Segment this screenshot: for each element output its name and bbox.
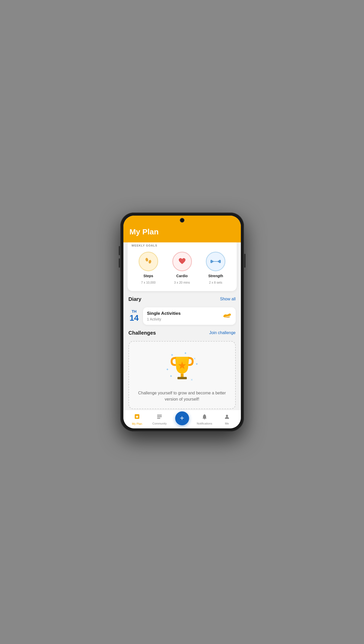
nav-notifications[interactable]: Notifications <box>193 414 216 425</box>
power-button[interactable] <box>244 254 246 268</box>
activity-subtitle: 1 Activity <box>147 317 181 321</box>
status-bar <box>123 216 241 225</box>
svg-rect-12 <box>157 415 162 416</box>
camera-notch <box>180 218 184 223</box>
sparkle-2: ✦ <box>184 351 187 355</box>
join-challenge-button[interactable]: Join challenge <box>209 331 235 335</box>
sparkle-6: × <box>191 378 193 382</box>
challenges-title: Challenges <box>129 330 156 336</box>
svg-rect-5 <box>218 261 219 262</box>
sparkle-4: ✦ <box>166 367 169 371</box>
cardio-label: Cardio <box>176 274 188 278</box>
diary-title: Diary <box>129 296 141 302</box>
svg-rect-15 <box>204 419 205 419</box>
steps-value: 7 x 10,000 <box>141 281 156 285</box>
add-icon: + <box>180 414 184 422</box>
challenges-section-header: Challenges Join challenge <box>129 330 236 336</box>
nav-myplan[interactable]: My Plan <box>126 413 148 425</box>
diary-section: Diary Show all <box>123 291 241 307</box>
footsteps-icon <box>143 257 153 266</box>
goal-steps[interactable]: Steps 7 x 10,000 <box>132 252 165 285</box>
svg-point-1 <box>148 260 151 264</box>
challenge-empty-text: Challenge yourself to grow and become a … <box>134 390 230 402</box>
nav-me[interactable]: Me <box>216 414 238 425</box>
weekly-goals-title: WEEKLY GOALS <box>132 244 233 247</box>
steps-circle <box>139 252 158 271</box>
sparkle-5: ✦ <box>170 374 173 378</box>
community-icon <box>156 414 163 421</box>
nav-community[interactable]: Community <box>148 414 171 425</box>
show-all-button[interactable]: Show all <box>220 297 235 301</box>
phone-screen: My Plan WEEKLY GOALS Steps <box>123 216 241 428</box>
bottom-navigation: My Plan Community + <box>123 410 241 428</box>
svg-point-16 <box>226 415 228 417</box>
weekly-goals-card: WEEKLY GOALS Steps 7 x 10,000 <box>128 242 237 291</box>
sparkle-1: ✦ <box>171 353 174 357</box>
date-block: TH 14 <box>129 309 140 323</box>
me-label: Me <box>225 422 229 425</box>
svg-rect-4 <box>213 261 218 262</box>
me-icon <box>224 414 230 421</box>
volume-down-button[interactable] <box>119 258 120 268</box>
day-number: 14 <box>130 313 139 323</box>
strength-value: 2 x 8 sets <box>209 281 222 285</box>
diary-card-content: Single Activities 1 Activity <box>147 311 181 321</box>
heart-icon <box>177 257 187 266</box>
add-button-wrapper: + <box>171 411 193 425</box>
notifications-icon <box>201 414 208 421</box>
svg-rect-3 <box>212 261 213 262</box>
goal-strength[interactable]: Strength 2 x 8 sets <box>199 252 233 285</box>
myplan-label: My Plan <box>132 422 142 425</box>
add-button[interactable]: + <box>175 411 189 425</box>
phone-frame: My Plan WEEKLY GOALS Steps <box>120 213 244 431</box>
cardio-circle <box>172 252 192 271</box>
goal-cardio[interactable]: Cardio 3 x 20 mins <box>165 252 199 285</box>
goals-row: Steps 7 x 10,000 Cardio 3 x 20 mins <box>132 252 233 285</box>
sparkles-decoration: ✦ ✦ × ✦ ✦ × ✦ <box>164 349 200 385</box>
diary-activity-card[interactable]: Single Activities 1 Activity <box>143 307 236 325</box>
page-title: My Plan <box>130 227 235 236</box>
svg-rect-2 <box>210 260 212 263</box>
sparkle-7: ✦ <box>195 362 198 366</box>
challenge-empty-box: ✦ ✦ × ✦ ✦ × ✦ <box>129 341 236 409</box>
diary-section-header: Diary Show all <box>129 296 236 302</box>
running-shoe-icon <box>223 311 232 320</box>
dumbbell-icon <box>210 258 221 265</box>
challenges-section: Challenges Join challenge <box>123 325 241 341</box>
app-header: My Plan <box>123 225 241 242</box>
sparkle-3: × <box>194 357 196 361</box>
svg-rect-14 <box>157 418 160 419</box>
diary-row: TH 14 Single Activities 1 Activity <box>123 307 241 325</box>
scroll-area: WEEKLY GOALS Steps 7 x 10,000 <box>123 242 241 428</box>
trophy-wrapper: ✦ ✦ × ✦ ✦ × ✦ <box>164 349 200 385</box>
day-name: TH <box>132 309 137 313</box>
svg-rect-6 <box>219 260 221 263</box>
notifications-label: Notifications <box>197 422 212 425</box>
volume-up-button[interactable] <box>119 246 120 255</box>
activity-title: Single Activities <box>147 311 181 316</box>
svg-point-0 <box>145 258 148 262</box>
community-label: Community <box>152 422 167 425</box>
strength-label: Strength <box>208 274 223 278</box>
cardio-value: 3 x 20 mins <box>174 281 190 285</box>
svg-rect-13 <box>157 416 162 417</box>
myplan-icon <box>134 413 140 421</box>
strength-circle <box>206 252 225 271</box>
steps-label: Steps <box>143 274 153 278</box>
